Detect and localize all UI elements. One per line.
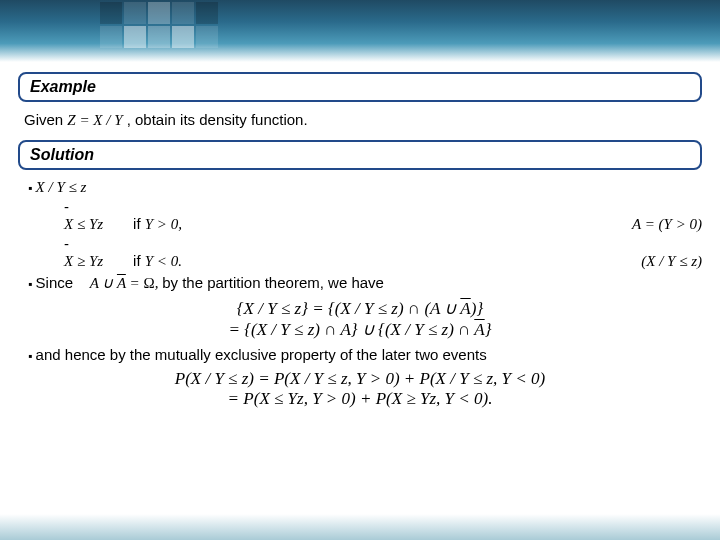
given-statement: Given Z = X / Y , obtain its density fun… [24,110,696,130]
bullet-hence: and hence by the mutually exclusive prop… [28,346,702,363]
case-1: X ≤ Yz if Y > 0, A = (Y > 0) [64,198,702,233]
set-A: A = (Y > 0) [632,216,702,233]
case1-if: if [133,215,145,232]
since-word: Since [36,274,74,291]
case-2: X ≥ Yz if Y < 0. (X / Y ≤ z) [64,235,702,270]
given-prefix: Given [24,111,67,128]
prob-line2: = P(X ≤ Yz, Y > 0) + P(X ≥ Yz, Y < 0). [18,389,702,409]
prob-line1: P(X / Y ≤ z) = P(X / Y ≤ z, Y > 0) + P(X… [18,369,702,389]
bullet-event: X / Y ≤ z X ≤ Yz if Y > 0, A = (Y > 0) [28,178,702,270]
hence-text: and hence by the mutually exclusive prop… [28,346,702,363]
decorative-squares [100,2,218,48]
bullet-since: Since A ∪ A = Ω, by the partition theore… [28,274,702,292]
solution-body: X / Y ≤ z X ≤ Yz if Y > 0, A = (Y > 0) [28,178,702,292]
footer-band [0,514,720,540]
solution-heading: Solution [18,140,702,170]
partition-eq: {X / Y ≤ z} = {(X / Y ≤ z) ∩ (A ∪ A)} = … [18,298,702,340]
probability-eq: P(X / Y ≤ z) = P(X / Y ≤ z, Y > 0) + P(X… [18,369,702,409]
since-tail: by the partition theorem, we have [162,274,384,291]
slide-content: Example Given Z = X / Y , obtain its den… [0,62,720,409]
case2-if: if [133,252,145,269]
given-expr: Z = X / Y [67,112,122,128]
example-heading: Example [18,72,702,102]
partition-line2: = {(X / Y ≤ z) ∩ A} ∪ {(X / Y ≤ z) ∩ A} [18,319,702,340]
case1-when: Y > 0, [145,216,182,232]
given-suffix: , obtain its density function. [127,111,308,128]
set-event: (X / Y ≤ z) [641,253,702,270]
since-rel: A ∪ A = Ω, [90,275,162,291]
header-band [0,0,720,62]
case2-when: Y < 0. [145,253,182,269]
event-expr: X / Y ≤ z [36,179,87,195]
case1-cond: X ≤ Yz [64,216,103,233]
partition-line1: {X / Y ≤ z} = {(X / Y ≤ z) ∩ (A ∪ A)} [18,298,702,319]
case2-cond: X ≥ Yz [64,253,103,270]
